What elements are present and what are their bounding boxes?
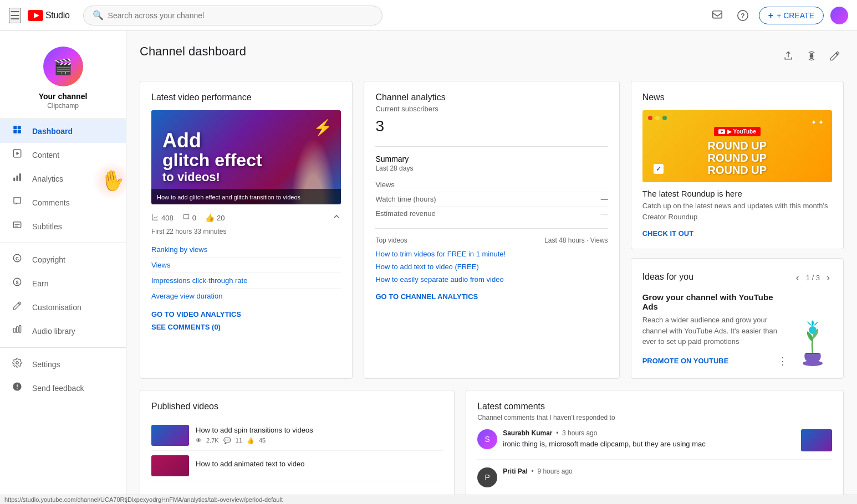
roundup-text-2: ROUND UP [707,152,767,164]
live-button[interactable] [803,47,820,68]
top-video-3[interactable]: How to easily separate audio from video [375,273,608,286]
promote-on-youtube-link[interactable]: PROMOTE ON YOUTUBE [642,357,729,365]
sidebar-item-audio[interactable]: Audio library [0,319,126,343]
edit-button[interactable] [826,47,844,68]
views-stat: 408 [151,213,174,223]
plant-illustration [793,292,832,367]
page-header-actions [779,47,844,68]
go-to-video-analytics-link[interactable]: GO TO VIDEO ANALYTICS [151,310,241,318]
comment-avatar-2: P [477,467,497,487]
create-button[interactable]: + + CREATE [759,7,824,24]
metric-ctr[interactable]: Impressions click-through rate [151,273,341,289]
checkbox-decoration: ✓ [654,164,664,174]
news-card: News ▶ [631,81,844,249]
roundup-text-1: ROUND UP [707,140,767,152]
video-thumbnail[interactable]: Add glitch effect to videos! ⚡ How to ad… [151,110,341,204]
search-input[interactable] [108,11,373,20]
ideas-counter: 1 / 3 [806,274,820,282]
sidebar-item-comments[interactable]: Comments [0,191,126,214]
comment-header-1: Saurabh Kumar • 3 hours ago [503,429,791,437]
svg-rect-21 [13,328,16,333]
svg-point-29 [809,326,817,334]
audio-icon [11,325,23,337]
svg-rect-7 [13,130,17,133]
channel-avatar[interactable] [43,47,83,86]
sidebar-item-copyright[interactable]: C Copyright [0,248,126,271]
sidebar: Your channel Clipchamp Dashboard Content… [0,31,126,504]
summary-row-views: Views [375,178,608,192]
sidebar-item-earn[interactable]: $ Earn [0,271,126,295]
sidebar-earn-label: Earn [32,279,49,288]
sidebar-item-feedback[interactable]: Send feedback [0,376,126,400]
metric-views[interactable]: Views [151,258,341,273]
pub-video-info-2: How to add animated text to video [196,460,443,471]
ideas-next-button[interactable]: › [824,270,832,286]
sidebar-divider-2 [0,347,126,348]
comments-stat-icon [182,213,190,223]
svg-rect-2 [713,11,722,18]
status-url: https://studio.youtube.com/channel/UCA70… [4,496,283,503]
messages-button[interactable] [708,6,727,25]
ideas-idea-title: Grow your channel with YouTube Ads [642,292,788,311]
metric-ranking[interactable]: Ranking by views [151,242,341,258]
comment-item-2: P Priti Pal • 9 hours ago [477,467,832,496]
ideas-prev-button[interactable]: ‹ [794,270,802,286]
ideas-content: Grow your channel with YouTube Ads Reach… [642,292,832,367]
avatar[interactable] [830,7,848,24]
sidebar-customisation-label: Customisation [32,303,81,312]
pub-video-title-2[interactable]: How to add animated text to video [196,460,443,469]
search-bar[interactable]: 🔍 [83,6,382,25]
news-article-title: The latest Roundup is here [642,189,832,198]
menu-button[interactable]: ☰ [9,8,21,23]
sidebar-item-dashboard[interactable]: Dashboard [0,119,126,143]
summary-revenue-label: Estimated revenue [375,209,435,218]
more-options-icon[interactable]: ⋮ [778,355,788,367]
sidebar-analytics-label: Analytics [32,174,63,183]
upload-button[interactable] [779,47,797,68]
sidebar-item-customisation[interactable]: Customisation [0,295,126,319]
top-video-2[interactable]: How to add text to video (FREE) [375,260,608,273]
sidebar-item-analytics[interactable]: Analytics 🤚 [0,167,126,191]
check-it-out-link[interactable]: CHECK IT OUT [642,229,693,238]
metric-duration[interactable]: Average view duration [151,289,341,304]
svg-text:C: C [16,256,19,261]
youtube-logo-icon [28,10,43,21]
comment-thumb-1 [801,429,832,451]
sidebar-audio-label: Audio library [32,327,75,336]
sidebar-content-label: Content [32,151,59,160]
sidebar-item-subtitles[interactable]: Subtitles [0,214,126,238]
content-icon [11,148,23,161]
status-bar: https://studio.youtube.com/channel/UCA70… [0,495,857,504]
help-button[interactable]: ? [733,6,752,25]
likes-icon: 👍 [205,213,215,222]
pub-video-title-1[interactable]: How to add spin transitions to videos [196,426,443,435]
yt-badge-text: ▶ YouTube [727,128,756,135]
comments-stat: 0 [182,213,196,223]
channel-analytics-title: Channel analytics [375,92,608,102]
summary-section: Summary Last 28 days Views Watch time (h… [375,146,608,220]
top-video-1[interactable]: How to trim videos for FREE in 1 minute! [375,248,608,260]
summary-revenue-value: — [601,209,608,218]
comment-time-1: 3 hours ago [562,429,597,437]
svg-text:$: $ [16,280,18,285]
promote-row: PROMOTE ON YOUTUBE ⋮ [642,355,788,367]
comments-subtitle: Channel comments that I haven't responde… [477,414,832,421]
sidebar-item-content[interactable]: Content [0,143,126,167]
svg-rect-11 [13,178,15,181]
ideas-title: Ideas for you [642,272,694,282]
see-comments-link[interactable]: SEE COMMENTS (0) [151,323,221,331]
copyright-icon: C [11,253,23,266]
sidebar-item-settings[interactable]: Settings [0,352,126,376]
summary-watch-value: — [601,195,608,203]
latest-video-title: Latest video performance [151,92,341,102]
summary-title: Summary [375,155,608,163]
pub-comments-icon-1: 💬 [223,437,231,444]
collapse-button[interactable] [332,212,341,223]
time-label: First 22 hours 33 minutes [151,228,341,235]
comment-author-1: Saurabh Kumar [503,429,552,437]
go-to-channel-analytics-link[interactable]: GO TO CHANNEL ANALYTICS [375,292,478,301]
dashboard-icon [11,125,23,137]
second-row: Published videos How to add spin transit… [140,390,844,505]
nav-actions: ? + + CREATE [708,6,848,25]
pub-video-item-1: How to add spin transitions to videos 👁 … [151,420,443,451]
